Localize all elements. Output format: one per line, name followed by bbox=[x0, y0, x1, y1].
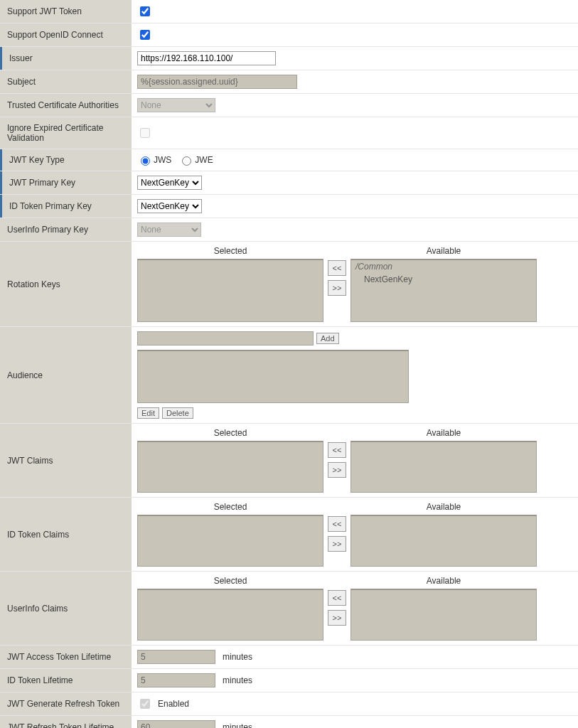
row-rotation-keys: Rotation Keys Selected << >> Available /… bbox=[0, 242, 578, 327]
rotation-available-header: Available bbox=[427, 246, 461, 256]
row-trusted-ca: Trusted Certificate Authorities None bbox=[0, 94, 578, 117]
label-ignore-expired: Ignore Expired Certificate Validation bbox=[0, 117, 132, 149]
jwt-claims-selected-list[interactable] bbox=[137, 441, 323, 493]
row-jwt-primary-key: JWT Primary Key NextGenKey bbox=[0, 171, 578, 195]
label-jwt-refresh-lifetime: JWT Refresh Token Lifetime bbox=[0, 716, 132, 728]
rotation-move-left[interactable]: << bbox=[328, 260, 346, 276]
row-issuer: Issuer bbox=[0, 47, 578, 70]
rotation-available-item[interactable]: NextGenKey bbox=[351, 273, 536, 286]
jwt-claims-move-left[interactable]: << bbox=[328, 442, 346, 458]
jwt-claims-available-header: Available bbox=[427, 428, 461, 438]
rotation-move-right[interactable]: >> bbox=[328, 280, 346, 296]
radio-jwe[interactable] bbox=[182, 156, 191, 166]
list-audience[interactable] bbox=[137, 350, 409, 403]
button-audience-add[interactable]: Add bbox=[316, 333, 339, 344]
input-subject bbox=[137, 75, 297, 89]
id-token-claims-move-right[interactable]: >> bbox=[328, 536, 346, 552]
row-userinfo-claims: UserInfo Claims Selected << >> Available bbox=[0, 572, 578, 646]
radio-jwe-label: JWE bbox=[195, 155, 213, 165]
jwt-claims-selected-header: Selected bbox=[214, 428, 247, 438]
checkbox-support-oidc[interactable] bbox=[140, 30, 150, 40]
oauth-provider-form: Support JWT Token Support OpenID Connect… bbox=[0, 0, 578, 728]
button-audience-edit[interactable]: Edit bbox=[137, 407, 159, 419]
id-token-claims-selected-list[interactable] bbox=[137, 515, 323, 567]
input-id-token-lifetime bbox=[137, 673, 215, 687]
id-token-claims-available-list[interactable] bbox=[350, 515, 537, 567]
userinfo-claims-available-header: Available bbox=[427, 576, 461, 586]
row-id-token-lifetime: ID Token Lifetime minutes bbox=[0, 669, 578, 692]
input-audience-add bbox=[137, 331, 314, 346]
label-audience: Audience bbox=[0, 327, 132, 423]
jwt-claims-move-right[interactable]: >> bbox=[328, 462, 346, 478]
row-subject: Subject bbox=[0, 70, 578, 94]
jwt-claims-available-list[interactable] bbox=[350, 441, 537, 493]
row-id-token-claims: ID Token Claims Selected << >> Available bbox=[0, 498, 578, 572]
id-token-claims-selected-header: Selected bbox=[214, 502, 247, 512]
rotation-selected-list[interactable] bbox=[137, 259, 323, 322]
label-jwt-access-lifetime: JWT Access Token Lifetime bbox=[0, 646, 132, 668]
row-jwt-key-type: JWT Key Type JWS JWE bbox=[0, 149, 578, 171]
checkbox-jwt-gen-refresh bbox=[140, 699, 150, 709]
row-userinfo-primary-key: UserInfo Primary Key None bbox=[0, 218, 578, 242]
rotation-available-list[interactable]: /Common NextGenKey bbox=[350, 259, 537, 322]
id-token-claims-move-left[interactable]: << bbox=[328, 516, 346, 532]
unit-jwt-refresh-lifetime: minutes bbox=[223, 722, 252, 728]
userinfo-claims-selected-header: Selected bbox=[214, 576, 247, 586]
input-jwt-access-lifetime bbox=[137, 650, 215, 664]
checkbox-support-jwt[interactable] bbox=[140, 6, 150, 16]
rotation-available-group: /Common bbox=[351, 260, 536, 273]
row-id-token-primary-key: ID Token Primary Key NextGenKey bbox=[0, 195, 578, 218]
label-jwt-gen-refresh: JWT Generate Refresh Token bbox=[0, 692, 132, 715]
select-trusted-ca: None bbox=[137, 98, 215, 112]
radio-jws-label: JWS bbox=[154, 155, 171, 165]
userinfo-claims-move-left[interactable]: << bbox=[328, 590, 346, 606]
id-token-claims-available-header: Available bbox=[427, 502, 461, 512]
row-support-jwt: Support JWT Token bbox=[0, 0, 578, 23]
label-subject: Subject bbox=[0, 70, 132, 93]
row-ignore-expired: Ignore Expired Certificate Validation bbox=[0, 117, 578, 149]
label-userinfo-claims: UserInfo Claims bbox=[0, 572, 132, 645]
label-rotation-keys: Rotation Keys bbox=[0, 242, 132, 326]
row-jwt-gen-refresh: JWT Generate Refresh Token Enabled bbox=[0, 692, 578, 716]
select-jwt-primary-key[interactable]: NextGenKey bbox=[137, 176, 202, 190]
label-id-token-lifetime: ID Token Lifetime bbox=[0, 669, 132, 692]
unit-jwt-access-lifetime: minutes bbox=[223, 652, 252, 662]
row-audience: Audience Add Edit Delete bbox=[0, 327, 578, 424]
row-support-oidc: Support OpenID Connect bbox=[0, 23, 578, 47]
input-issuer[interactable] bbox=[137, 51, 276, 65]
label-id-token-primary-key: ID Token Primary Key bbox=[0, 195, 132, 218]
input-jwt-refresh-lifetime bbox=[137, 720, 215, 728]
select-userinfo-primary-key: None bbox=[137, 223, 201, 237]
label-id-token-claims: ID Token Claims bbox=[0, 498, 132, 571]
select-id-token-primary-key[interactable]: NextGenKey bbox=[137, 199, 202, 213]
rotation-selected-header: Selected bbox=[214, 246, 247, 256]
label-userinfo-primary-key: UserInfo Primary Key bbox=[0, 218, 132, 241]
row-jwt-access-lifetime: JWT Access Token Lifetime minutes bbox=[0, 646, 578, 669]
label-trusted-ca: Trusted Certificate Authorities bbox=[0, 94, 132, 117]
row-jwt-refresh-lifetime: JWT Refresh Token Lifetime minutes bbox=[0, 716, 578, 728]
label-jwt-key-type: JWT Key Type bbox=[0, 149, 132, 171]
button-audience-delete[interactable]: Delete bbox=[162, 407, 193, 419]
userinfo-claims-selected-list[interactable] bbox=[137, 589, 323, 641]
label-jwt-primary-key: JWT Primary Key bbox=[0, 171, 132, 194]
label-jwt-claims: JWT Claims bbox=[0, 424, 132, 497]
label-support-jwt: Support JWT Token bbox=[0, 0, 132, 23]
userinfo-claims-available-list[interactable] bbox=[350, 589, 537, 641]
radio-jws[interactable] bbox=[141, 156, 150, 166]
label-support-oidc: Support OpenID Connect bbox=[0, 23, 132, 46]
unit-id-token-lifetime: minutes bbox=[223, 675, 252, 685]
userinfo-claims-move-right[interactable]: >> bbox=[328, 610, 346, 626]
label-issuer: Issuer bbox=[0, 47, 132, 70]
text-jwt-gen-refresh: Enabled bbox=[158, 699, 189, 709]
checkbox-ignore-expired bbox=[140, 128, 150, 138]
row-jwt-claims: JWT Claims Selected << >> Available bbox=[0, 424, 578, 498]
